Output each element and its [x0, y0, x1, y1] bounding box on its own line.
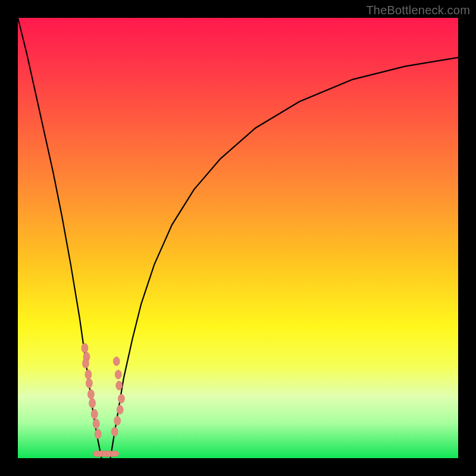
data-point: [114, 416, 121, 425]
data-point: [95, 429, 101, 439]
chart-svg: [18, 18, 458, 458]
data-point: [89, 399, 96, 408]
data-point: [91, 409, 98, 419]
data-markers: [82, 343, 124, 457]
data-point: [82, 343, 88, 353]
data-point: [113, 357, 120, 366]
right-curve: [110, 58, 458, 458]
watermark-text: TheBottleneck.com: [366, 4, 470, 17]
data-point: [116, 381, 123, 390]
data-point: [82, 359, 89, 368]
data-point: [111, 451, 119, 457]
chart-frame: TheBottleneck.com: [0, 0, 476, 476]
data-point: [111, 427, 118, 436]
plot-area: [18, 18, 458, 458]
data-point: [85, 369, 92, 379]
data-point: [87, 390, 94, 399]
data-point: [115, 370, 121, 379]
data-point: [118, 394, 124, 403]
data-point: [86, 378, 92, 388]
data-point: [93, 419, 99, 428]
data-point: [117, 405, 123, 414]
